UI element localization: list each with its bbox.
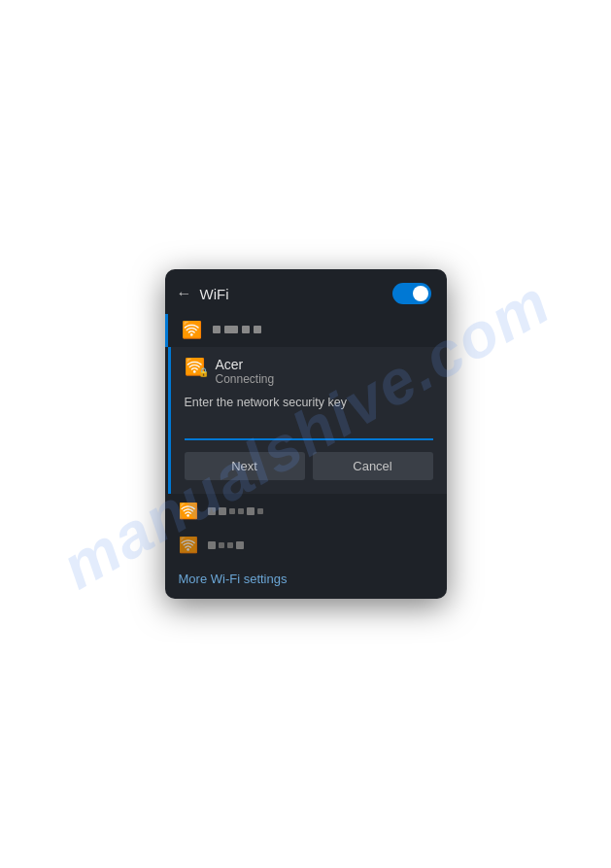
n1d1	[208, 507, 216, 515]
lock-icon: 🔒	[198, 367, 209, 377]
acer-section: 🛜 🔒 Acer Connecting Enter the network se…	[168, 347, 447, 494]
cancel-button[interactable]: Cancel	[313, 452, 433, 480]
net1-wifi-icon: 🛜	[179, 502, 198, 520]
acer-status: Connecting	[216, 372, 433, 386]
button-row: Next Cancel	[185, 452, 433, 480]
wifi-signal-icon: 🛜	[182, 320, 203, 339]
security-key-input[interactable]	[185, 415, 433, 440]
net2-dots	[208, 541, 244, 549]
acer-info: Acer Connecting	[216, 357, 433, 386]
n2d3	[227, 542, 233, 548]
n2d2	[219, 542, 224, 548]
n1d4	[238, 508, 244, 514]
connected-network-row: 🛜	[165, 314, 447, 347]
connected-network-dots	[213, 326, 261, 333]
more-wifi-section: More Wi-Fi settings	[165, 562, 447, 591]
wifi-title: WiFi	[200, 286, 229, 302]
network-item-1[interactable]: 🛜	[165, 494, 447, 528]
n1d3	[229, 508, 235, 514]
wifi-icon: 🛜	[182, 321, 202, 339]
dot4	[254, 326, 261, 333]
n1d5	[247, 507, 255, 515]
next-button[interactable]: Next	[185, 452, 305, 480]
acer-network-name: Acer	[216, 357, 433, 372]
n2d1	[208, 541, 216, 549]
net2-wifi-icon: 🛜	[179, 536, 198, 554]
acer-header: 🛜 🔒 Acer Connecting	[185, 357, 433, 386]
wifi-panel: ← WiFi 🛜 🛜 🔒 Acer Connecting Ent	[165, 269, 447, 599]
net1-dots	[208, 507, 263, 515]
wifi-toggle[interactable]	[392, 283, 431, 304]
n1d6	[257, 508, 263, 514]
network-item-2[interactable]: 🛜	[165, 528, 447, 562]
dot1	[213, 326, 221, 333]
dot3	[242, 326, 250, 333]
more-wifi-link[interactable]: More Wi-Fi settings	[179, 572, 288, 586]
panel-header: ← WiFi	[165, 269, 447, 314]
n1d2	[219, 507, 226, 515]
back-button[interactable]: ←	[177, 285, 192, 302]
security-key-label: Enter the network security key	[185, 396, 433, 409]
header-left: ← WiFi	[177, 285, 229, 302]
acer-wifi-icon: 🛜 🔒	[185, 357, 206, 376]
n2d4	[236, 541, 244, 549]
dot2	[224, 326, 238, 333]
